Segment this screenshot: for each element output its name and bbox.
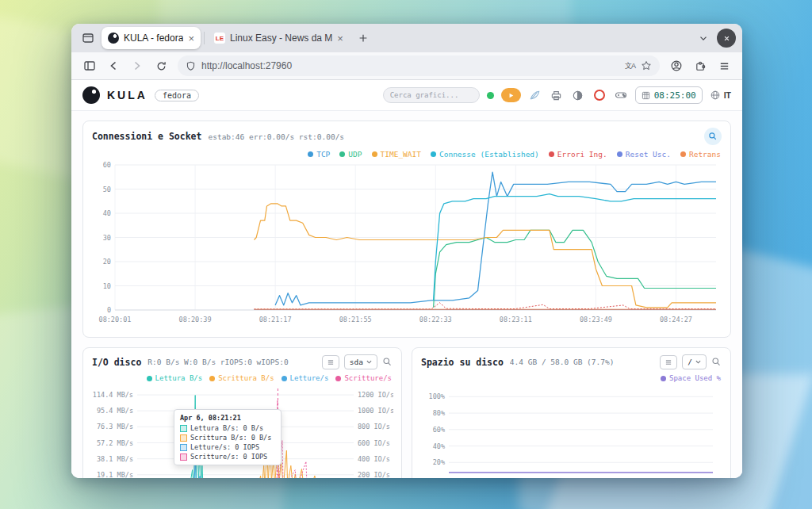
gamepad-icon[interactable] bbox=[614, 88, 628, 102]
legend-item[interactable]: Connesse (Established) bbox=[431, 150, 539, 159]
disk-space-chart[interactable]: 100%80%60%40%20% bbox=[420, 384, 722, 478]
disk-space-card: Spazio su disco 4.4 GB / 58.0 GB (7.7%) … bbox=[412, 347, 731, 478]
card-title: Connessioni e Socket bbox=[92, 131, 201, 142]
y-axis-tick: 10 bbox=[103, 282, 111, 290]
url-bar[interactable]: http://localhost:27960 文A bbox=[178, 55, 660, 76]
translate-icon[interactable]: 文A bbox=[625, 61, 635, 71]
legend-label: Scrittura B/s bbox=[218, 374, 274, 382]
legend-label: Lettura B/s bbox=[155, 374, 203, 382]
legend-item[interactable]: Reset Usc. bbox=[617, 150, 671, 159]
tab-close-icon[interactable]: × bbox=[337, 33, 343, 44]
legend-dot bbox=[431, 151, 436, 157]
y-axis-tick: 0 bbox=[107, 306, 111, 314]
kula-favicon bbox=[108, 33, 119, 44]
disk-io-controls: sda bbox=[322, 354, 393, 369]
device-select[interactable]: sda bbox=[344, 354, 377, 369]
legend-item[interactable]: Retrans bbox=[680, 150, 721, 159]
feather-icon[interactable] bbox=[528, 88, 542, 102]
calendar-grid-icon bbox=[642, 91, 650, 100]
new-tab-button[interactable] bbox=[353, 28, 373, 48]
time-chip[interactable]: 08:25:00 bbox=[635, 86, 703, 104]
legend-item[interactable]: Scrittura B/s bbox=[209, 374, 274, 382]
y-axis-tick: 60% bbox=[433, 426, 445, 434]
brand-title: KULA bbox=[107, 89, 147, 101]
y-axis-tick: 20% bbox=[433, 458, 445, 466]
language-switcher[interactable]: IT bbox=[710, 90, 731, 101]
tooltip-title: Apr 6, 08:21:21 bbox=[180, 414, 275, 422]
disk-space-card-header: Spazio su disco 4.4 GB / 58.0 GB (7.7%) … bbox=[412, 348, 730, 373]
firefox-view-icon[interactable] bbox=[78, 28, 98, 48]
tab-title: Linux Easy - News da M bbox=[230, 33, 332, 44]
mount-select-value: / bbox=[688, 358, 692, 366]
reload-button[interactable] bbox=[151, 55, 171, 76]
y-axis-tick: 60 bbox=[103, 161, 111, 169]
series-connesse-established- bbox=[434, 194, 716, 300]
record-icon[interactable] bbox=[592, 88, 607, 102]
connections-chart-body: 010203040506008:20:0108:20:3908:21:1708:… bbox=[83, 160, 730, 337]
y-axis-right-tick: 1200 IO/s bbox=[358, 391, 393, 399]
legend-item[interactable]: Errori Ing. bbox=[549, 150, 607, 159]
chevron-down-icon bbox=[366, 360, 372, 364]
y-axis-right-tick: 600 IO/s bbox=[358, 439, 390, 447]
play-icon bbox=[508, 92, 515, 99]
x-axis-tick: 08:21:17 bbox=[259, 316, 292, 323]
tab-linux-easy[interactable]: LE Linux Easy - News da M × bbox=[208, 27, 350, 49]
legend-item[interactable]: UDP bbox=[339, 150, 362, 159]
tooltip-swatch bbox=[180, 434, 187, 442]
chart-zoom-button[interactable] bbox=[382, 357, 393, 367]
desktop-background: KULA - fedora × LE Linux Easy - News da … bbox=[0, 0, 812, 509]
legend-item[interactable]: Letture/s bbox=[282, 374, 329, 382]
list-view-button[interactable] bbox=[322, 355, 339, 369]
legend-label: TCP bbox=[316, 150, 330, 159]
y-axis-right-tick: 1000 IO/s bbox=[358, 407, 393, 415]
search-input[interactable] bbox=[383, 87, 480, 103]
list-view-button[interactable] bbox=[660, 355, 677, 369]
language-code: IT bbox=[724, 90, 731, 100]
tab-close-icon[interactable]: × bbox=[188, 33, 194, 44]
shield-icon[interactable] bbox=[186, 61, 196, 71]
kula-logo bbox=[82, 86, 100, 104]
legend-item[interactable]: TIME_WAIT bbox=[372, 150, 421, 159]
play-button[interactable] bbox=[501, 88, 521, 102]
legend-item[interactable]: Lettura B/s bbox=[147, 374, 203, 382]
y-axis-tick: 40 bbox=[103, 209, 111, 217]
connections-chart[interactable]: 010203040506008:20:0108:20:3908:21:1708:… bbox=[91, 160, 722, 331]
chart-zoom-button[interactable] bbox=[704, 128, 722, 145]
bookmark-star-icon[interactable] bbox=[641, 60, 652, 71]
window-close-button[interactable] bbox=[717, 29, 736, 48]
printer-icon[interactable] bbox=[550, 88, 564, 102]
legend-dot bbox=[147, 376, 152, 381]
chart-tooltip: Apr 6, 08:21:21 Lettura B/s: 0 B/sScritt… bbox=[174, 409, 282, 465]
back-button[interactable] bbox=[103, 55, 124, 76]
legend-item[interactable]: Space Used % bbox=[661, 374, 721, 382]
url-text[interactable]: http://localhost:27960 bbox=[201, 60, 619, 71]
menu-hamburger-icon[interactable] bbox=[714, 55, 734, 76]
legend-item[interactable]: Scritture/s bbox=[335, 374, 392, 382]
tooltip-label: Scritture/s: 0 IOPS bbox=[190, 453, 267, 461]
sidebar-toggle-icon[interactable] bbox=[79, 55, 100, 76]
list-tabs-chevron-icon[interactable] bbox=[693, 28, 714, 48]
forward-button[interactable] bbox=[127, 55, 147, 76]
series-time-wait bbox=[255, 204, 717, 308]
x-axis-tick: 08:20:39 bbox=[179, 316, 212, 323]
chart-zoom-button[interactable] bbox=[711, 357, 722, 367]
clock-time: 08:25:00 bbox=[654, 90, 696, 101]
legend-label: TIME_WAIT bbox=[381, 150, 421, 159]
y-axis-tick: 40% bbox=[433, 442, 445, 450]
y-axis-tick: 30 bbox=[103, 234, 111, 242]
legend-dot bbox=[308, 151, 313, 157]
mount-select[interactable]: / bbox=[682, 354, 707, 369]
legend-dot bbox=[661, 376, 666, 381]
card-title: I/O disco bbox=[92, 357, 141, 368]
tab-kula[interactable]: KULA - fedora × bbox=[102, 27, 201, 49]
legend-dot bbox=[372, 151, 377, 157]
x-axis-tick: 08:23:49 bbox=[580, 316, 612, 323]
extensions-icon[interactable] bbox=[690, 55, 710, 76]
disk-io-legend: Lettura B/sScrittura B/sLetture/sScrittu… bbox=[83, 373, 401, 384]
theme-contrast-icon[interactable] bbox=[571, 88, 585, 102]
device-select-value: sda bbox=[350, 358, 363, 366]
account-icon[interactable] bbox=[666, 55, 687, 76]
tooltip-swatch bbox=[180, 444, 187, 451]
legend-item[interactable]: TCP bbox=[308, 150, 330, 159]
tooltip-swatch bbox=[180, 454, 187, 461]
